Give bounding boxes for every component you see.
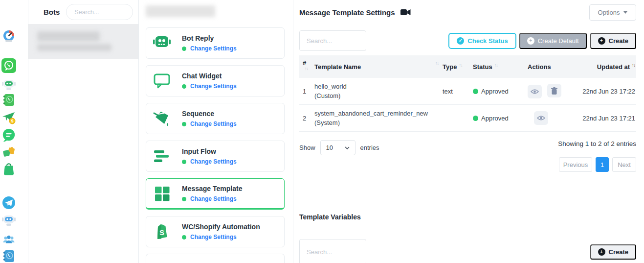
pagination: Previous 1 Next [559,157,636,172]
change-settings-link[interactable]: Change Settings [190,234,237,240]
row-number: 1 [299,88,312,95]
redacted-panel-title [146,5,215,17]
redacted-bot-name [37,31,100,41]
sort-icon[interactable] [459,63,462,68]
actions-cell [526,84,578,98]
column-header-actions: Actions [526,63,578,71]
sort-icon[interactable] [435,61,439,66]
eye-icon [531,89,539,95]
template-variables-create-button[interactable]: Create [590,244,636,260]
card-title: Bot Reply [182,34,237,42]
sort-icon[interactable] [494,63,498,68]
column-header-num[interactable]: # [299,59,312,74]
shopify-icon: S [152,222,172,241]
page-size-select[interactable]: 10 [320,140,355,155]
column-header-updated-at[interactable]: Updated at [578,63,636,71]
change-settings-link[interactable]: Change Settings [190,83,237,90]
paper-plane-coin-icon[interactable]: $ [1,111,16,124]
template-variables-search-input[interactable] [299,239,366,263]
change-settings-link[interactable]: Change Settings [190,120,237,127]
speedometer-icon[interactable] [1,29,16,43]
delete-button[interactable] [547,84,561,97]
app-root: $ Bots [0,0,644,263]
settings-panel: Bot Reply Change Settings Chat Widget Ch… [139,0,293,263]
sort-icon[interactable] [305,66,308,71]
view-button[interactable] [528,85,542,98]
sort-icon-active[interactable] [632,63,635,68]
status-dot [473,89,478,94]
status-dot [182,197,186,201]
svg-text:S: S [159,228,164,237]
bots-panel: Bots [28,0,139,263]
users-group-blue-icon[interactable] [1,232,16,246]
updated-at-cell: 22nd Jun 23 17:21 [578,115,636,122]
message-template-icon [152,184,172,203]
create-default-label: Create Default [538,37,579,45]
table-row: 1 hello_world (Custom) text Approved [299,78,636,105]
input-flow-icon [152,146,172,166]
template-name-cell: hello_world (Custom) [312,82,441,100]
previous-page-button[interactable]: Previous [559,157,592,172]
tv-create-label: Create [609,248,628,256]
create-default-button[interactable]: Create Default [519,33,587,49]
create-label: Create [609,37,628,45]
sequence-icon [152,109,172,128]
bot-list-item-selected[interactable] [28,24,138,59]
contact-book-green-icon[interactable] [1,93,16,107]
chevron-down-icon [623,11,627,14]
table-header-row: # Template Name Type Status Actions Upda… [299,55,636,78]
column-header-template-name[interactable]: Template Name [312,63,441,71]
plus-circle-icon [598,37,605,45]
plus-circle-icon [598,248,605,256]
change-settings-link[interactable]: Change Settings [190,158,237,165]
template-category: (Custom) [314,92,439,100]
create-button[interactable]: Create [590,33,636,49]
chat-bubble-green-icon[interactable] [1,127,16,143]
bots-title: Bots [44,8,60,16]
options-button[interactable]: Options [589,4,636,21]
shopping-bag-green-icon[interactable] [1,161,16,176]
status-dot [182,235,186,239]
bot-blue-icon[interactable] [1,212,16,227]
status-dot [182,84,186,89]
settings-card-partial[interactable] [146,254,285,263]
settings-card-wc-shopify[interactable]: S WC/Shopify Automation Change Settings [146,216,285,247]
template-name: hello_world [314,82,439,92]
card-title: WC/Shopify Automation [182,223,260,231]
next-page-button[interactable]: Next [612,157,636,172]
check-status-label: Check Status [467,37,508,45]
change-settings-link[interactable]: Change Settings [190,195,237,202]
updated-at-cell: 22nd Jun 23 17:22 [578,88,636,95]
templates-table: # Template Name Type Status Actions Upda… [299,55,636,132]
show-label: Show [299,144,315,151]
showing-entries-text: Showing 1 to 2 of 2 entries [558,140,636,147]
card-title: Input Flow [182,147,237,155]
puzzle-icon[interactable] [1,145,16,159]
whatsapp-icon[interactable] [1,58,16,73]
video-camera-icon[interactable] [400,9,411,16]
template-search-input[interactable] [299,30,366,51]
bots-search-input[interactable] [66,4,133,20]
check-status-button[interactable]: Check Status [448,33,516,49]
column-header-status[interactable]: Status [471,63,526,71]
settings-card-sequence[interactable]: Sequence Change Settings [146,103,285,134]
column-header-type[interactable]: Type [441,63,471,71]
settings-card-chat-widget[interactable]: Chat Widget Change Settings [146,65,285,96]
bot-green-icon[interactable] [1,76,16,91]
table-toolbar: Check Status Create Default Create [299,30,636,51]
plus-circle-icon [527,37,534,45]
status-dot [182,160,186,164]
status-dot [182,122,186,126]
settings-card-message-template[interactable]: Message Template Change Settings [146,178,285,210]
view-button[interactable] [534,111,548,125]
redacted-bot-subtitle [37,44,111,51]
status-cell: Approved [471,88,526,95]
change-settings-link[interactable]: Change Settings [190,45,237,52]
telegram-icon[interactable] [1,195,16,210]
status-dot [182,47,186,51]
page-1-button[interactable]: 1 [596,157,609,172]
settings-card-bot-reply[interactable]: Bot Reply Change Settings [146,27,285,59]
settings-card-input-flow[interactable]: Input Flow Change Settings [146,141,285,172]
card-title: Message Template [182,185,242,192]
contact-book-blue-icon[interactable] [1,249,16,263]
